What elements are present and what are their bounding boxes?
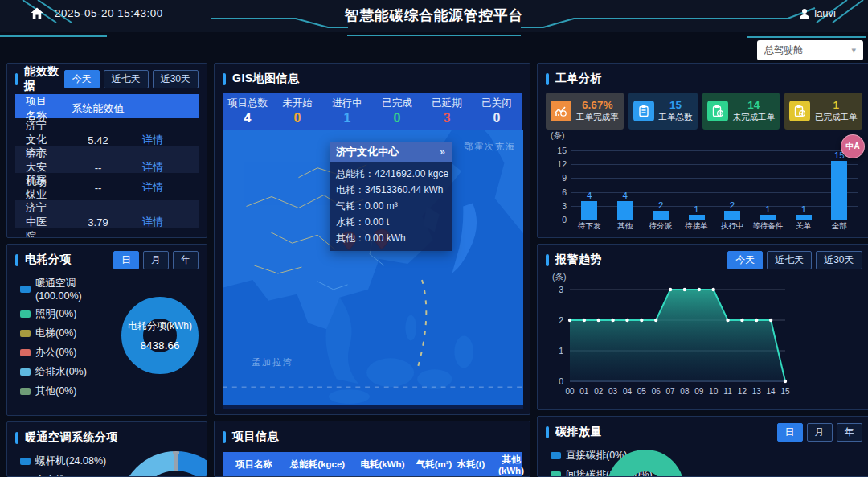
gis-stat-已关闭: 已关闭0 xyxy=(472,97,522,125)
tab-今天[interactable]: 今天 xyxy=(727,251,763,269)
panel-marker xyxy=(15,73,18,85)
bar: 1 xyxy=(750,150,785,220)
legend-swatch xyxy=(20,349,31,356)
y-tick: 3 xyxy=(551,201,567,211)
y-tick: 6 xyxy=(551,187,567,197)
stat-value: 0 xyxy=(272,111,322,125)
tab-近七天[interactable]: 近七天 xyxy=(104,70,149,88)
panel-title: 报警趋势 xyxy=(555,253,602,267)
right-column: 工单分析 6.67%工单完成率 15工单总数 xyxy=(537,63,868,477)
tab-年[interactable]: 年 xyxy=(837,423,862,442)
svg-text:12: 12 xyxy=(738,387,747,396)
legend-item[interactable]: 给排水(0%) xyxy=(20,365,121,379)
user-menu[interactable]: lauvi xyxy=(799,7,836,19)
panel-carbon-emission: 碳排放量 日月年 直接碳排(0%)间接碳排(100.00%)其他碳排(0%) xyxy=(537,416,868,477)
donut-center-value: 8438.66 xyxy=(128,339,192,352)
bar-value: 1 xyxy=(694,204,698,214)
table-row: 邵寨煤业--详情 xyxy=(15,173,199,200)
legend-item[interactable]: 螺杆机(24.08%) xyxy=(20,454,136,468)
legend-swatch xyxy=(551,452,561,459)
svg-text:01: 01 xyxy=(579,387,589,396)
legend-item[interactable]: 离心机(20.33%) xyxy=(20,474,136,477)
detail-link[interactable]: 详情 xyxy=(142,160,199,175)
view-selector[interactable]: 总驾驶舱 ▾ xyxy=(757,40,863,60)
card-label: 未完成工单 xyxy=(733,112,776,122)
legend-label: 螺杆机(24.08%) xyxy=(35,454,106,468)
stat-card-total: 15工单总数 xyxy=(628,93,698,130)
x-tick: 待分派 xyxy=(643,221,678,232)
card-label: 工单总数 xyxy=(659,112,693,122)
gis-stat-项目总数: 项目总数4 xyxy=(223,97,272,125)
legend-label: 照明(0%) xyxy=(35,307,76,321)
legend-label: 办公(0%) xyxy=(35,346,76,360)
svg-text:09: 09 xyxy=(694,387,704,396)
stat-label: 项目总数 xyxy=(223,97,272,110)
x-tick: 执行中 xyxy=(714,221,750,232)
stat-value: 3 xyxy=(422,111,472,125)
bar-value: 2 xyxy=(730,200,735,210)
panel-marker xyxy=(15,254,18,266)
table-header: 项目名称总能耗(kgce)电耗(kWh)气耗(m³)水耗(t)其他(kWh)状态 xyxy=(223,452,522,476)
panel-gis-map: GIS地图信息 项目总数4未开始0进行中1已完成0已延期3已关闭0 xyxy=(214,63,530,415)
bar-value: 1 xyxy=(765,204,770,214)
panel-power-breakdown: 电耗分项 日月年 暖通空调(100.00%)照明(0%)电梯(0%)办公(0%)… xyxy=(6,244,207,416)
detail-link[interactable]: 详情 xyxy=(142,180,199,195)
svg-text:13: 13 xyxy=(752,387,762,396)
bar: 15 xyxy=(821,150,857,220)
work-order-bar-chart: (条) 03691215442121115 待下发其他待分派待接单执行中等待备件… xyxy=(571,141,858,234)
username: lauvi xyxy=(814,7,836,19)
svg-text:00: 00 xyxy=(565,387,575,396)
legend-label: 其他(0%) xyxy=(35,384,76,398)
tab-今天[interactable]: 今天 xyxy=(64,70,100,88)
x-tick: 待下发 xyxy=(571,221,607,232)
svg-text:02: 02 xyxy=(594,387,604,396)
svg-text:03: 03 xyxy=(608,387,618,396)
translate-badge[interactable]: 中A xyxy=(841,134,865,158)
stat-card-completion-rate: 6.67%工单完成率 xyxy=(546,93,624,130)
card-value: 1 xyxy=(815,100,858,110)
svg-text:11: 11 xyxy=(723,387,732,396)
clipboard-check-icon xyxy=(789,101,810,121)
sea-label: 鄂霍次克海 xyxy=(464,141,516,153)
project-name: 济宁中医院 xyxy=(15,200,54,238)
efficiency-value: 5.42 xyxy=(54,134,142,146)
tab-月[interactable]: 月 xyxy=(807,423,833,442)
legend-item[interactable]: 电梯(0%) xyxy=(20,327,121,340)
tab-近30天[interactable]: 近30天 xyxy=(816,251,862,269)
y-tick: 12 xyxy=(551,159,567,169)
legend-item[interactable]: 照明(0%) xyxy=(20,307,121,321)
legend-item[interactable]: 办公(0%) xyxy=(20,346,121,360)
svg-text:06: 06 xyxy=(652,387,661,396)
main-layout: 能效数据 今天近七天近30天 项目名称 系统能效值 济宁文化中心5.42详情济宁… xyxy=(6,63,863,477)
panel-title: 碳排放量 xyxy=(555,425,602,439)
panel-title: 工单分析 xyxy=(555,72,602,86)
bar-value: 4 xyxy=(622,191,627,200)
y-tick: 15 xyxy=(551,146,567,155)
column-header: 气耗(m³) xyxy=(416,458,452,471)
tab-年[interactable]: 年 xyxy=(173,251,199,269)
stat-label: 已延期 xyxy=(422,97,472,110)
power-donut-chart: 电耗分项(kWh) 8438.66 xyxy=(121,272,199,398)
gis-map[interactable]: 鄂霍次克海 孟加拉湾 济宁文化中心 » 总能耗：4241692.00 kgce电… xyxy=(223,130,522,409)
y-tick: 0 xyxy=(551,215,567,224)
legend-item[interactable]: 其他(0%) xyxy=(20,384,121,398)
tab-日[interactable]: 日 xyxy=(113,251,139,269)
card-label: 已完成工单 xyxy=(815,112,858,122)
tab-月[interactable]: 月 xyxy=(143,251,169,269)
tab-近30天[interactable]: 近30天 xyxy=(153,70,199,88)
table-row: 济宁文化中心5.42详情 xyxy=(15,118,199,146)
detail-link[interactable]: 详情 xyxy=(142,133,199,147)
legend-swatch xyxy=(20,458,31,465)
tab-近七天[interactable]: 近七天 xyxy=(767,251,812,269)
stat-card-unfinished: 14未完成工单 xyxy=(702,93,780,130)
legend-label: 暖通空调(100.00%) xyxy=(35,277,121,302)
tooltip-arrow-icon[interactable]: » xyxy=(440,146,445,158)
time-range-tabs: 今天近七天近30天 xyxy=(60,70,199,88)
detail-link[interactable]: 详情 xyxy=(142,215,199,229)
dashboard: 2025-05-20 15:43:00 智慧能碳综合能源管控平台 lauvi 总… xyxy=(0,0,868,477)
tab-日[interactable]: 日 xyxy=(777,423,803,442)
panel-marker xyxy=(546,254,549,266)
home-icon[interactable] xyxy=(31,7,43,23)
legend-item[interactable]: 暖通空调(100.00%) xyxy=(20,277,121,302)
stat-card-finished: 1已完成工单 xyxy=(784,93,862,130)
